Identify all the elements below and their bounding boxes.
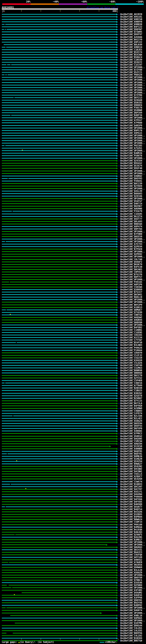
hit-row[interactable]: UniRef100_Q3SEA6 xyxy=(0,582,146,584)
hit-row[interactable]: UniRef100_B8LK49 xyxy=(0,44,146,46)
hit-row[interactable]: UniRef100_Q54Z69 xyxy=(0,478,146,480)
hit-row[interactable]: UniRef100_C5WX74 xyxy=(0,480,146,483)
hit-row[interactable]: UniRef100_B5X3Q6 xyxy=(0,54,146,56)
hit-row[interactable]: UniRef100_A8Y1U9 xyxy=(0,556,146,558)
hit-row[interactable]: UniRef100_Q9D8E6 xyxy=(0,104,146,106)
hit-row[interactable]: UniRef100_Q1HQJ0 xyxy=(0,458,146,460)
hit-row[interactable]: UniRef100_B2L5U6 xyxy=(0,415,146,417)
hit-row[interactable]: UniRef100_Q9XF97 xyxy=(0,33,146,36)
hit-row[interactable]: UniRef100_P02385 xyxy=(0,144,146,147)
hit-row[interactable]: UniRef100_A9RN38 xyxy=(0,23,146,26)
hit-row[interactable]: UniRef100_A7AUE0 xyxy=(0,561,146,564)
hit-row[interactable]: UniRef100_C4LXX5 xyxy=(0,630,146,632)
hit-row[interactable]: UniRef100_B2B5V8 xyxy=(0,387,146,389)
hit-row[interactable]: UniRef100_B8MBJ6 xyxy=(0,455,146,458)
hit-row[interactable]: UniRef100_Q4U6T4 xyxy=(0,609,146,612)
hit-row[interactable]: UniRef100_Q4CQW1 xyxy=(0,470,146,473)
hit-row[interactable]: UniRef100_UPI000.. xyxy=(0,574,146,576)
hit-row[interactable]: UniRef100_UPI000.. xyxy=(0,76,146,78)
hit-row[interactable]: UniRef100_B4DFI6 xyxy=(0,114,146,116)
hit-row[interactable]: UniRef100_Q15ES8 xyxy=(0,445,146,448)
hit-row[interactable]: UniRef100_P49626 xyxy=(0,346,146,349)
hit-row[interactable]: UniRef100_B8P757 xyxy=(0,276,146,278)
hit-row[interactable]: UniRef100_Q1KYM6 xyxy=(0,622,146,624)
hit-row[interactable]: UniRef100_A9RHY0 xyxy=(0,20,146,23)
hit-row[interactable]: UniRef100_C0LTA0 xyxy=(0,258,146,261)
hit-row[interactable]: UniRef100_B8C239 xyxy=(0,182,146,185)
hit-row[interactable]: UniRef100_A7PSS7 xyxy=(0,119,146,122)
hit-row[interactable]: UniRef100_UPI000.. xyxy=(0,612,146,614)
hit-row[interactable]: UniRef100_B4K9Q9 xyxy=(0,503,146,506)
hit-row[interactable]: UniRef100_B1Q0X3 xyxy=(0,483,146,486)
hit-row[interactable]: UniRef100_Q5UAT7 xyxy=(0,506,146,508)
hit-row[interactable]: UniRef100_A7SZ61 xyxy=(0,147,146,150)
hit-row[interactable]: UniRef100_B8NR98 xyxy=(0,369,146,372)
hit-row[interactable]: UniRef100_Q4GXN4 xyxy=(0,493,146,496)
hit-row[interactable]: UniRef100_B4NJQ3 xyxy=(0,531,146,534)
hit-row[interactable]: UniRef100_Q582N2 xyxy=(0,465,146,468)
hit-row[interactable]: UniRef100_B9IIY9 xyxy=(0,38,146,41)
hit-row[interactable]: UniRef100_B9WA27 xyxy=(0,462,146,465)
hit-row[interactable]: UniRef100_A8QCR4 xyxy=(0,442,146,445)
hit-row[interactable]: UniRef100_UPI000.. xyxy=(0,137,146,139)
hit-row[interactable]: UniRef100_B2L4E2 xyxy=(0,417,146,420)
hit-row[interactable]: UniRef100_A3F4R5 xyxy=(0,589,146,592)
hit-row[interactable]: UniRef100_UPI000.. xyxy=(0,134,146,137)
hit-row[interactable]: UniRef100_Q59GY2 xyxy=(0,61,146,64)
hit-row[interactable]: UniRef100_B4F8D2 xyxy=(0,326,146,329)
hit-row[interactable]: UniRef100_Q8LA93 xyxy=(0,220,146,223)
hit-row[interactable]: UniRef100_Q1EBX5 xyxy=(0,513,146,516)
hit-row[interactable]: UniRef100_A3GGS9 xyxy=(0,359,146,362)
hit-row[interactable]: UniRef100_B9ZYX6 xyxy=(0,602,146,604)
hit-row[interactable]: UniRef100_B1N384 xyxy=(0,637,146,640)
hit-row[interactable]: UniRef100_A7TN49 xyxy=(0,384,146,387)
hit-row[interactable]: UniRef100_B7FHR0 xyxy=(0,233,146,235)
hit-row[interactable]: UniRef100_Q7ZYR6 xyxy=(0,94,146,96)
hit-row[interactable]: UniRef100_Q2PER2 xyxy=(0,253,146,256)
hit-row[interactable]: UniRef100_A2QUC7 xyxy=(0,475,146,478)
hit-row[interactable]: UniRef100_B5DGC4 xyxy=(0,56,146,58)
hit-row[interactable]: UniRef100_B9P578 xyxy=(0,129,146,132)
hit-row[interactable]: UniRef100_UPI000.. xyxy=(0,250,146,253)
hit-row[interactable]: UniRef100_Q2GXT8 xyxy=(0,394,146,397)
hit-row[interactable]: UniRef100_A9BL16 xyxy=(0,614,146,617)
hit-row[interactable]: UniRef100_A9UR94 xyxy=(0,319,146,321)
hit-row[interactable]: UniRef100_C4QV16 xyxy=(0,382,146,384)
hit-row[interactable]: UniRef100_UPI000.. xyxy=(0,187,146,190)
hit-row[interactable]: UniRef100_Q8MUE7 xyxy=(0,309,146,311)
hit-row[interactable]: UniRef100_A8J0I0 xyxy=(0,13,146,16)
hit-row[interactable]: UniRef100_Q4UES5 xyxy=(0,594,146,596)
hit-row[interactable]: UniRef100_C5DPJ3 xyxy=(0,521,146,523)
hit-row[interactable]: UniRef100_UPI000.. xyxy=(0,81,146,84)
hit-row[interactable]: UniRef100_P49165 xyxy=(0,281,146,283)
hit-row[interactable]: UniRef100_B6JZT4 xyxy=(0,215,146,218)
hit-row[interactable]: UniRef100_Q8I431 xyxy=(0,548,146,551)
hit-row[interactable]: UniRef100_UPI000.. xyxy=(0,142,146,144)
hit-row[interactable]: UniRef100_Q98S44 xyxy=(0,624,146,627)
hit-row[interactable]: UniRef100_UPI000.. xyxy=(0,240,146,243)
hit-row[interactable]: UniRef100_O02056 xyxy=(0,564,146,566)
hit-row[interactable]: UniRef100_Q29AF5 xyxy=(0,534,146,536)
hit-row[interactable]: UniRef100_UPI000.. xyxy=(0,150,146,152)
hit-row[interactable]: UniRef100_Q5DEG2 xyxy=(0,435,146,438)
hit-row[interactable]: UniRef100_Q6EE84 xyxy=(0,422,146,425)
hit-row[interactable]: UniRef100_A8U9N6 xyxy=(0,208,146,210)
hit-row[interactable]: UniRef100_Q4FXU6 xyxy=(0,498,146,500)
hit-row[interactable]: UniRef100_A5E1Y1 xyxy=(0,490,146,493)
hit-row[interactable]: UniRef100_UPI000.. xyxy=(0,606,146,609)
hit-row[interactable]: UniRef100_B3LNB3 xyxy=(0,344,146,346)
hit-row[interactable]: UniRef100_B3RZ62 xyxy=(0,392,146,394)
hit-row[interactable]: UniRef100_Q4CY07 xyxy=(0,488,146,490)
hit-row[interactable]: UniRef100_C1N5X9 xyxy=(0,58,146,61)
hit-row[interactable]: UniRef100_Q4GXN5 xyxy=(0,438,146,440)
hit-row[interactable]: UniRef100_B3M017 xyxy=(0,538,146,541)
hit-row[interactable]: UniRef100_B4FVJ0 xyxy=(0,266,146,268)
hit-row[interactable]: UniRef100_Q6CW41 xyxy=(0,293,146,296)
hit-row[interactable]: UniRef100_Q8GYH3 xyxy=(0,177,146,180)
hit-row[interactable]: UniRef100_Q58DW0 xyxy=(0,109,146,112)
hit-row[interactable]: UniRef100_B6KA03 xyxy=(0,192,146,195)
hit-row[interactable]: UniRef100_B7S3I7 xyxy=(0,291,146,293)
hit-row[interactable]: UniRef100_Q6EE59 xyxy=(0,235,146,238)
hit-row[interactable]: UniRef100_A4S8A6 xyxy=(0,36,146,38)
hit-row[interactable]: UniRef100_Q4CQW2 xyxy=(0,468,146,470)
